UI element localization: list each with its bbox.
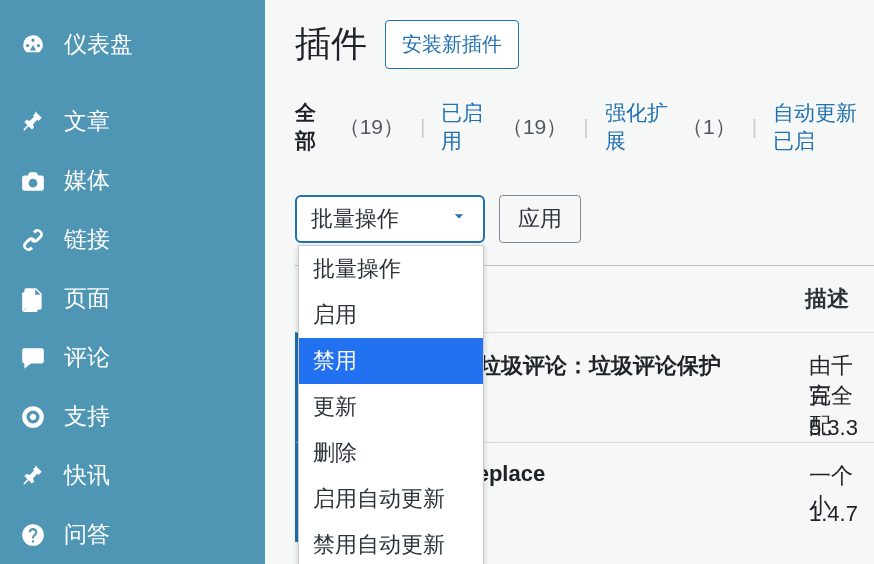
lifebuoy-icon: [18, 402, 48, 432]
sidebar-item-label: 页面: [64, 283, 110, 314]
filter-enhanced[interactable]: 强化扩展: [605, 99, 672, 155]
apply-button[interactable]: 应用: [499, 195, 581, 243]
page-title: 插件: [295, 20, 367, 69]
dropdown-option[interactable]: 批量操作: [299, 246, 483, 292]
sidebar-item-qa[interactable]: 问答: [0, 505, 265, 564]
pin-icon: [18, 107, 48, 137]
bulk-action-dropdown: 批量操作启用禁用更新删除启用自动更新禁用自动更新: [298, 245, 484, 564]
chat-icon: [18, 343, 48, 373]
dropdown-option[interactable]: 启用: [299, 292, 483, 338]
sidebar-item-dashboard[interactable]: 仪表盘: [0, 15, 265, 74]
sidebar-item-flash[interactable]: 快讯: [0, 446, 265, 505]
sidebar-item-label: 支持: [64, 401, 110, 432]
plugin-version: 1.4.7: [809, 501, 858, 527]
plugin-version: 5.3.3: [809, 415, 858, 441]
sidebar-item-label: 仪表盘: [64, 29, 133, 60]
dropdown-option[interactable]: 启用自动更新: [299, 476, 483, 522]
question-icon: [18, 520, 48, 550]
filter-active[interactable]: 已启用: [441, 99, 491, 155]
camera-icon: [18, 166, 48, 196]
filter-autoupdate[interactable]: 自动更新已启: [773, 99, 874, 155]
dropdown-option[interactable]: 禁用: [299, 338, 483, 384]
chevron-down-icon: [449, 206, 469, 232]
sidebar-item-support[interactable]: 支持: [0, 387, 265, 446]
sidebar-item-media[interactable]: 媒体: [0, 151, 265, 210]
sidebar-item-posts[interactable]: 文章: [0, 92, 265, 151]
dropdown-option[interactable]: 删除: [299, 430, 483, 476]
sidebar-item-comments[interactable]: 评论: [0, 328, 265, 387]
filter-enhanced-count: （1）: [682, 113, 736, 141]
filter-all-count: （19）: [339, 113, 404, 141]
dropdown-option[interactable]: 更新: [299, 384, 483, 430]
pages-icon: [18, 284, 48, 314]
bulk-selected-label: 批量操作: [311, 204, 399, 234]
link-icon: [18, 225, 48, 255]
filter-all[interactable]: 全部: [295, 99, 329, 155]
pin-icon: [18, 461, 48, 491]
sidebar-item-label: 链接: [64, 224, 110, 255]
sidebar-item-label: 评论: [64, 342, 110, 373]
gauge-icon: [18, 30, 48, 60]
sidebar-item-label: 快讯: [64, 460, 110, 491]
sidebar-item-label: 媒体: [64, 165, 110, 196]
bulk-action-select[interactable]: 批量操作: [295, 195, 485, 243]
plugin-name: 垃圾评论：垃圾评论保护: [479, 351, 721, 381]
sidebar-item-links[interactable]: 链接: [0, 210, 265, 269]
sidebar-item-pages[interactable]: 页面: [0, 269, 265, 328]
admin-sidebar: 仪表盘 文章 媒体 链接 页面 评论 支持 快讯: [0, 0, 265, 564]
filter-active-count: （19）: [502, 113, 567, 141]
add-plugin-button[interactable]: 安装新插件: [385, 20, 519, 69]
filter-bar: 全部 （19） | 已启用 （19） | 强化扩展 （1） | 自动更新已启: [295, 99, 874, 155]
dropdown-option[interactable]: 禁用自动更新: [299, 522, 483, 564]
column-description: 描述: [805, 284, 849, 314]
sidebar-item-label: 文章: [64, 106, 110, 137]
sidebar-item-label: 问答: [64, 519, 110, 550]
main-content: 插件 安装新插件 全部 （19） | 已启用 （19） | 强化扩展 （1） |…: [265, 0, 874, 564]
